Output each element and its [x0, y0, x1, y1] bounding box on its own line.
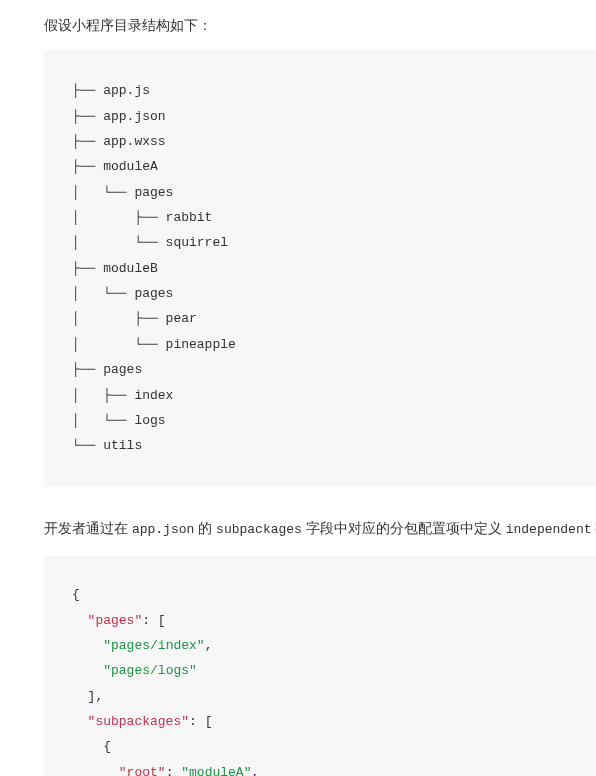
text-segment: 字段 [592, 520, 596, 536]
json-string: "moduleA" [181, 765, 251, 776]
json-punct: , [251, 765, 259, 776]
json-key: "root" [119, 765, 166, 776]
json-punct: : [ [189, 714, 212, 729]
text-segment: 的 [194, 520, 216, 536]
json-punct: : [166, 765, 182, 776]
inline-code: app.json [132, 522, 194, 537]
json-key: "subpackages" [88, 714, 189, 729]
json-punct: : [ [142, 613, 165, 628]
paragraph-config: 开发者通过在 app.json 的 subpackages 字段中对应的分包配置… [0, 517, 596, 541]
json-string: "pages/index" [103, 638, 204, 653]
json-punct: { [72, 587, 80, 602]
json-punct: { [103, 739, 111, 754]
paragraph-intro: 假设小程序目录结构如下： [0, 14, 596, 36]
json-key: "pages" [88, 613, 143, 628]
inline-code: independent [506, 522, 592, 537]
text-segment: 字段中对应的分包配置项中定义 [302, 520, 506, 536]
json-punct: ], [88, 689, 104, 704]
code-block-tree: ├── app.js ├── app.json ├── app.wxss ├──… [44, 50, 596, 486]
json-string: "pages/logs" [103, 663, 197, 678]
inline-code: subpackages [216, 522, 302, 537]
json-punct: , [205, 638, 213, 653]
code-block-json: { "pages": [ "pages/index", "pages/logs"… [44, 556, 596, 776]
text-segment: 开发者通过在 [44, 520, 132, 536]
